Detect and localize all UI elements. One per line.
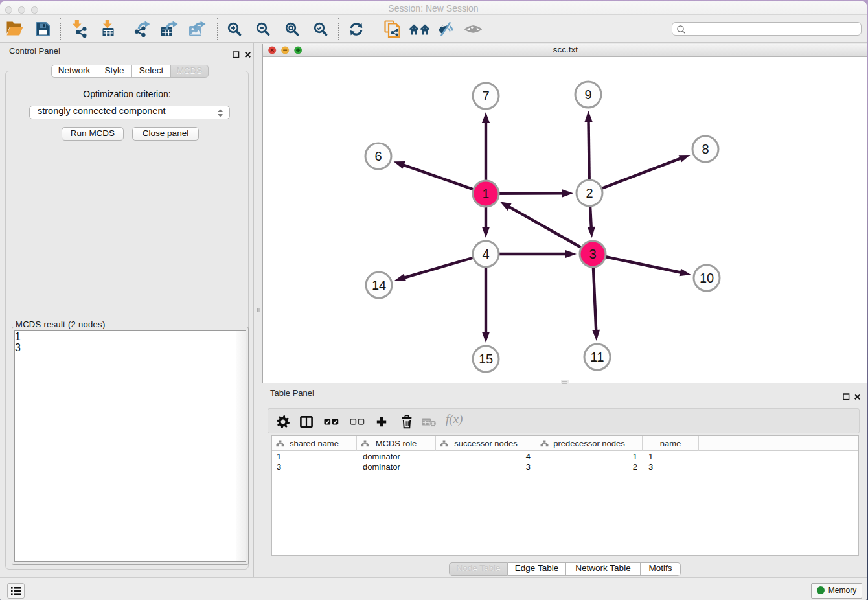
svg-text:15: 15 <box>479 352 493 366</box>
svg-text:6: 6 <box>374 149 382 163</box>
svg-text:1: 1 <box>482 187 489 201</box>
svg-text:11: 11 <box>591 350 604 364</box>
svg-text:4: 4 <box>482 247 489 261</box>
svg-text:7: 7 <box>482 89 489 103</box>
svg-text:2: 2 <box>586 186 593 200</box>
svg-text:3: 3 <box>589 247 596 261</box>
svg-text:14: 14 <box>372 278 386 292</box>
svg-text:9: 9 <box>584 87 591 102</box>
svg-text:10: 10 <box>700 271 714 285</box>
svg-text:8: 8 <box>702 142 709 156</box>
